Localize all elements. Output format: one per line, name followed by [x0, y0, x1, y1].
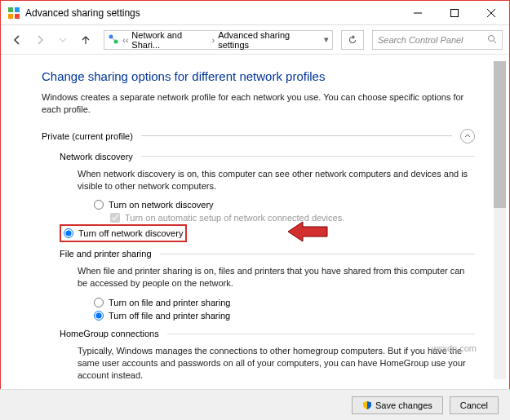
- chevron-down-icon[interactable]: ▾: [324, 34, 329, 45]
- fps-desc: When file and printer sharing is on, fil…: [78, 265, 475, 290]
- navigation-bar: ‹‹ Network and Shari... › Advanced shari…: [1, 25, 509, 55]
- hg-title: HomeGroup connections: [60, 329, 159, 338]
- search-placeholder: Search Control Panel: [378, 35, 463, 45]
- scrollbar-thumb[interactable]: [494, 61, 506, 208]
- minimize-button[interactable]: [399, 1, 436, 25]
- svg-line-12: [494, 41, 496, 43]
- close-button[interactable]: [472, 1, 509, 25]
- svg-rect-0: [8, 7, 13, 12]
- fps-turn-on-radio[interactable]: Turn on file and printer sharing: [94, 296, 475, 309]
- svg-rect-1: [15, 7, 20, 12]
- svg-rect-5: [450, 9, 458, 16]
- hg-desc: Typically, Windows manages the connectio…: [78, 345, 475, 382]
- svg-rect-3: [15, 14, 20, 19]
- crumb-parent[interactable]: Network and Shari...: [131, 30, 208, 50]
- svg-point-11: [489, 35, 494, 41]
- scrollbar[interactable]: [494, 61, 506, 379]
- nd-turn-on-radio[interactable]: Turn on network discovery: [94, 198, 475, 211]
- content-area: Change sharing options for different net…: [1, 55, 509, 389]
- page-heading: Change sharing options for different net…: [42, 69, 475, 83]
- forward-button[interactable]: [30, 30, 50, 50]
- watermark: wsxdn.com: [432, 343, 477, 353]
- homegroup-section: HomeGroup connections Typically, Windows…: [60, 329, 475, 389]
- save-changes-button[interactable]: Save changes: [352, 396, 443, 414]
- back-button[interactable]: [7, 30, 27, 50]
- shield-icon: [362, 400, 372, 410]
- up-button[interactable]: [76, 30, 95, 50]
- maximize-button[interactable]: [436, 1, 472, 25]
- red-arrow-callout: [288, 219, 329, 245]
- network-icon: [108, 33, 119, 46]
- chevron-left-icon: ‹‹: [122, 35, 128, 45]
- fps-title: File and printer sharing: [60, 249, 152, 259]
- crumb-current[interactable]: Advanced sharing settings: [218, 30, 317, 50]
- title-bar: Advanced sharing settings: [1, 1, 509, 25]
- nd-title: Network discovery: [60, 152, 133, 161]
- window-title: Advanced sharing settings: [25, 7, 399, 19]
- control-panel-icon: [7, 7, 20, 20]
- profile-label: Private (current profile): [42, 131, 133, 141]
- breadcrumb[interactable]: ‹‹ Network and Shari... › Advanced shari…: [104, 30, 333, 50]
- recent-dropdown[interactable]: [53, 30, 73, 50]
- chevron-right-icon: ›: [211, 35, 215, 45]
- footer-bar: Save changes Cancel: [0, 389, 510, 420]
- cancel-button[interactable]: Cancel: [450, 396, 499, 414]
- collapse-button[interactable]: [460, 129, 475, 144]
- svg-line-10: [113, 38, 115, 40]
- page-intro: Windows creates a separate network profi…: [42, 91, 475, 116]
- nd-desc: When network discovery is on, this compu…: [78, 168, 475, 192]
- profile-section-header: Private (current profile): [42, 129, 475, 144]
- nd-turn-off-radio[interactable]: Turn off network discovery: [64, 227, 183, 240]
- search-icon: [487, 34, 497, 46]
- search-input[interactable]: Search Control Panel: [372, 30, 503, 50]
- refresh-button[interactable]: [341, 30, 364, 50]
- network-discovery-section: Network discovery When network discovery…: [60, 152, 475, 243]
- file-printer-section: File and printer sharing When file and p…: [60, 249, 475, 322]
- svg-marker-13: [288, 222, 327, 241]
- fps-turn-off-radio[interactable]: Turn off file and printer sharing: [94, 309, 475, 322]
- svg-rect-2: [8, 14, 13, 19]
